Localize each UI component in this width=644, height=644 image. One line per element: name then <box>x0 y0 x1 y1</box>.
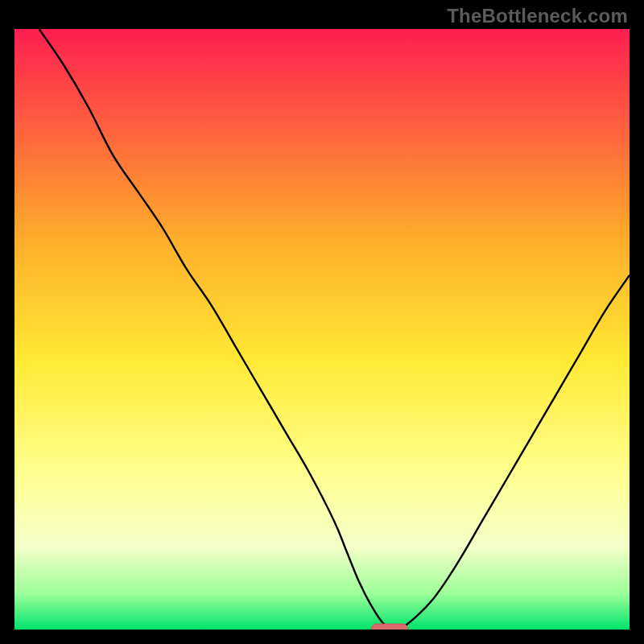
watermark-text: TheBottleneck.com <box>447 5 628 27</box>
chart-area <box>14 29 630 630</box>
gradient-background <box>14 29 630 630</box>
chart-svg <box>14 29 630 630</box>
optimal-marker <box>371 624 408 630</box>
